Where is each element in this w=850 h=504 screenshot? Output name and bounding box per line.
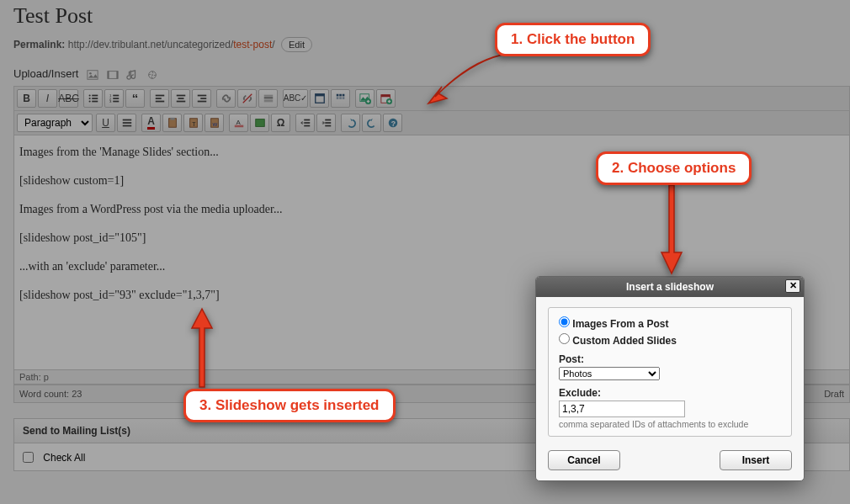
svg-rect-10 [92,98,98,99]
svg-rect-60 [325,119,331,120]
svg-rect-25 [197,94,206,96]
svg-rect-27 [197,100,206,102]
svg-rect-26 [200,98,206,99]
dialog-cancel-button[interactable]: Cancel [548,450,620,470]
add-video-icon[interactable] [107,69,119,81]
edit-permalink-button[interactable]: Edit [281,37,312,52]
dialog-close-button[interactable]: ✕ [785,279,800,293]
indent-button[interactable] [316,114,336,132]
post-select[interactable]: Photos [559,367,660,380]
svg-rect-61 [325,122,331,124]
svg-rect-31 [263,98,273,102]
blockquote-button[interactable]: “ [125,89,145,108]
dialog-titlebar[interactable]: Insert a slideshow ✕ [536,277,804,297]
svg-rect-16 [113,98,119,99]
svg-rect-57 [304,119,310,120]
unlink-button[interactable] [237,89,257,108]
kitchensink-button[interactable] [331,89,350,108]
ul-button[interactable] [83,89,103,108]
more-button[interactable] [258,89,278,108]
fullscreen-button[interactable] [310,89,329,108]
svg-rect-30 [263,98,273,98]
svg-rect-8 [92,94,98,96]
italic-button[interactable]: I [38,89,57,108]
insert-slideshow-dialog: Insert a slideshow ✕ Images From a Post … [535,276,805,481]
annotation-1: 1. Click the button [495,23,651,56]
paste-text-button[interactable]: T [183,114,203,132]
wordcount-label: Word count: [19,389,69,399]
exclude-label: Exclude: [559,387,781,399]
svg-rect-62 [325,125,331,126]
draft-status: Draft [824,389,844,399]
svg-text:A: A [236,118,241,125]
custom-slides-label: Custom Added Slides [572,335,677,347]
check-all-checkbox[interactable] [23,452,34,463]
svg-rect-37 [336,97,338,99]
svg-rect-33 [315,93,324,96]
custom-slides-radio[interactable] [559,333,570,344]
svg-rect-45 [122,119,131,120]
path-label: Path: [19,372,41,382]
ol-button[interactable]: 123 [104,89,124,108]
check-all-label: Check All [43,452,85,464]
svg-rect-14 [113,94,119,96]
justify-button[interactable] [117,114,136,132]
upload-insert-label: Upload/Insert [13,67,78,80]
align-center-button[interactable] [171,89,190,108]
permalink-base: http://dev.tribulant.net/uncategorized/ [68,39,234,50]
svg-point-11 [88,100,90,102]
svg-rect-4 [116,71,118,78]
dialog-title: Insert a slideshow [626,281,714,293]
svg-rect-34 [336,93,338,96]
remove-format-button[interactable]: A [229,114,248,132]
permalink-label: Permalink: [13,39,65,50]
paste-button[interactable] [162,114,182,132]
format-select[interactable]: Paragraph [17,114,93,132]
underline-button[interactable]: U [96,114,115,132]
dialog-insert-button[interactable]: Insert [720,450,792,470]
permalink-slug[interactable]: test-post [233,39,272,50]
svg-point-9 [88,98,90,99]
svg-text:3: 3 [109,99,111,103]
images-from-post-radio[interactable] [559,316,570,327]
svg-point-7 [88,94,90,96]
svg-rect-35 [339,93,342,96]
paste-word-button[interactable]: W [205,114,224,132]
bold-button[interactable]: B [17,89,36,108]
svg-rect-36 [342,93,344,96]
svg-rect-2 [107,71,117,78]
align-right-button[interactable] [192,89,211,108]
outdent-button[interactable] [295,114,315,132]
svg-rect-58 [304,122,310,124]
content-line: Images from a WordPress post via the med… [19,203,844,216]
spellcheck-button[interactable]: ABC✓ [283,89,308,108]
help-button[interactable]: ? [383,114,402,132]
svg-point-1 [89,72,92,75]
insert-media-button[interactable] [250,114,269,132]
forecolor-button[interactable]: A [141,114,161,132]
svg-rect-38 [339,97,342,99]
link-button[interactable] [216,89,236,108]
svg-rect-12 [92,100,98,102]
charmap-button[interactable]: Ω [271,114,290,132]
add-audio-icon[interactable] [126,69,138,81]
svg-rect-49 [170,117,174,119]
strike-button[interactable]: ABC [59,89,78,108]
annotation-arrow-1 [418,46,511,114]
undo-button[interactable] [341,114,360,132]
add-image-icon[interactable] [87,69,98,81]
wordcount-value: 23 [72,389,82,399]
align-left-button[interactable] [150,89,169,108]
add-media-icon[interactable] [146,69,158,81]
insert-calendar-button[interactable] [376,89,396,108]
path-value: p [44,372,49,382]
svg-rect-39 [342,97,344,99]
svg-rect-3 [107,71,109,78]
redo-button[interactable] [362,114,381,132]
svg-rect-21 [155,100,164,102]
svg-rect-43 [380,94,390,97]
svg-rect-18 [113,100,119,102]
insert-slideshow-button[interactable] [355,89,375,108]
exclude-input[interactable] [559,401,685,417]
content-line: ...with an 'exclude' parameter... [19,260,844,273]
